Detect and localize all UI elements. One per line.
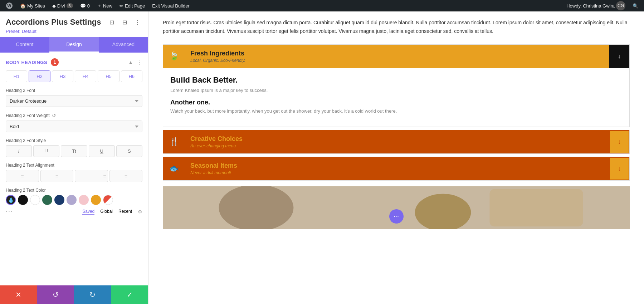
tab-advanced[interactable]: Advanced [99,37,148,53]
avatar: CG [616,1,625,10]
more-options-btn[interactable]: ⋮ [132,17,142,27]
panel-icons: ⊡ ⊟ ⋮ [107,17,142,27]
main-layout: Accordions Plus Settings ⊡ ⊟ ⋮ Preset: D… [0,11,644,304]
save-btn[interactable]: ✓ [111,285,148,304]
eyedropper-btn[interactable]: 💧 [6,195,16,205]
heading-tab-h6[interactable]: H6 [121,70,142,82]
heading-text-align-group: Heading 2 Text Alignment ≡ ≡ ≡ ≡ [6,163,142,182]
fresh-icon-box: 🍃 [163,45,185,68]
accordion-seasonal: 🐟 Seasonal Items Never a dull moment! ↓ [163,157,630,181]
fresh-content: Build Back Better. Lorem Khaled Ipsum is… [163,68,629,127]
divi-menu[interactable]: ◆ Divi 3 [49,0,76,11]
underline-btn[interactable]: U [89,145,115,157]
svg-rect-6 [490,189,583,226]
seasonal-title-box: Seasonal Items Never a dull moment! [185,157,609,180]
edit-page-btn[interactable]: ✏ Edit Page [117,0,148,11]
fresh-content-para2: Watch your back, but more importantly, w… [170,108,622,114]
align-center-btn[interactable]: ≡ [40,170,74,182]
heading-tab-h3[interactable]: H3 [52,70,73,82]
heading-tab-h5[interactable]: H5 [98,70,119,82]
fresh-toggle[interactable]: ↓ [609,45,629,68]
title-case-btn[interactable]: Tt [61,145,87,157]
style-buttons: I TT Tt U S [6,145,142,157]
howdy-menu[interactable]: Howdy, Christina Gwira CG [564,1,628,10]
color-lavender[interactable] [67,195,77,205]
exit-builder-btn[interactable]: Exit Visual Builder [149,0,192,11]
collapse-btn[interactable]: ▲ [128,59,133,65]
fresh-title-box: Fresh Ingredients Local. Organic. Eco-Fr… [185,45,609,68]
undo-btn[interactable]: ↺ [37,285,74,304]
panel-title: Accordions Plus Settings [6,18,101,27]
creative-title: Creative Choices [190,135,604,143]
color-white[interactable] [30,195,40,205]
font-weight-reset-icon[interactable]: ↺ [52,113,56,118]
search-icon: 🔍 [633,3,638,9]
align-justify-btn[interactable]: ≡ [109,170,143,182]
bottom-bar: ✕ ↺ ↻ ✓ [0,285,148,304]
cutlery-icon: 🍴 [169,137,179,146]
section-badge: 1 [51,58,59,66]
recent-tab[interactable]: Recent [118,209,132,215]
layout-icon-btn[interactable]: ⊟ [119,17,130,27]
align-left-btn[interactable]: ≡ [6,170,39,182]
window-icon-btn[interactable]: ⊡ [107,17,117,27]
heading-tab-h2[interactable]: H2 [29,70,50,82]
fresh-content-heading2: Another one. [170,99,622,106]
color-footer: ··· Saved Global Recent ⚙ [6,208,142,215]
heading-font-select[interactable]: Darker Grotesque [6,95,142,107]
heading-font-label: Heading 2 Font [6,88,142,93]
search-btn[interactable]: 🔍 [630,3,641,9]
color-tabs: Saved Global Recent ⚙ [82,209,142,215]
global-tab[interactable]: Global [100,209,113,215]
tab-content[interactable]: Content [0,37,49,53]
redo-btn[interactable]: ↻ [74,285,111,304]
heading-font-style-group: Heading 2 Font Style I TT Tt U S [6,138,142,157]
cancel-btn[interactable]: ✕ [0,285,37,304]
color-gear-icon[interactable]: ⚙ [138,209,142,215]
home-icon: 🏠 [20,3,26,9]
heading-text-color-label: Heading 2 Text Color [6,188,142,193]
tab-design[interactable]: Design [49,37,99,53]
section-title-area: Body Headings 1 [6,58,59,66]
color-pink[interactable] [79,195,89,205]
floating-action-btn[interactable]: ··· [389,209,404,224]
seasonal-subtitle: Never a dull moment! [190,170,604,175]
align-right-btn[interactable]: ≡ [75,170,108,182]
heading-font-weight-select[interactable]: Bold [6,121,142,132]
preset-selector[interactable]: Preset: Default [6,29,142,34]
pencil-icon: ✏ [119,3,123,9]
strikethrough-btn[interactable]: S [116,145,142,157]
accordion-fresh-header[interactable]: 🍃 Fresh Ingredients Local. Organic. Eco-… [163,45,629,68]
seasonal-toggle[interactable]: ↓ [609,157,629,180]
heading-font-group: Heading 2 Font Darker Grotesque [6,88,142,107]
section-options-btn[interactable]: ⋮ [136,58,142,66]
creative-title-box: Creative Choices An ever-changing menu [185,130,609,153]
italic-btn[interactable]: I [6,145,32,157]
svg-point-3 [219,186,294,229]
settings-panel: Accordions Plus Settings ⊡ ⊟ ⋮ Preset: D… [0,11,148,304]
accordion-seasonal-header[interactable]: 🐟 Seasonal Items Never a dull moment! ↓ [163,157,629,180]
comments-menu[interactable]: 💬 0 [77,0,93,11]
new-menu[interactable]: ＋ New [94,0,115,11]
page-content: Proin eget tortor risus. Cras ultricies … [148,11,644,304]
wp-logo[interactable]: W [3,0,16,11]
heading-font-weight-label: Heading 2 Font Weight ↺ [6,113,142,118]
accordion-creative-header[interactable]: 🍴 Creative Choices An ever-changing menu… [163,130,629,153]
color-black[interactable] [18,195,28,205]
fish-icon: 🐟 [169,164,179,173]
heading-tab-h1[interactable]: H1 [6,70,27,82]
creative-toggle[interactable]: ↓ [609,130,629,153]
heading-tab-h4[interactable]: H4 [75,70,96,82]
color-green[interactable] [42,195,52,205]
bottom-image: ··· [163,186,630,229]
more-colors-btn[interactable]: ··· [6,208,13,215]
seasonal-icon-box: 🐟 [163,157,185,180]
color-navy[interactable] [54,195,64,205]
fresh-title: Fresh Ingredients [190,50,604,57]
color-red[interactable] [103,195,113,205]
saved-tab[interactable]: Saved [82,209,94,215]
my-sites-menu[interactable]: 🏠 My Sites [17,0,48,11]
color-gold[interactable] [91,195,101,205]
comment-icon: 💬 [80,3,86,9]
small-caps-btn[interactable]: TT [33,145,59,157]
